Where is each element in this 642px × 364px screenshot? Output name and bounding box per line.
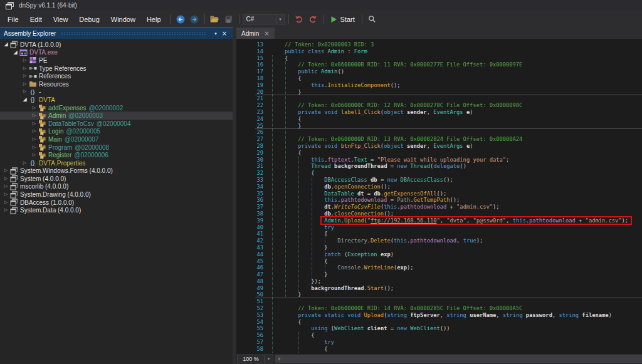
tree-item-program[interactable]: ▷Program@02000008	[0, 143, 233, 152]
code-line-24[interactable]: 24 {	[236, 116, 642, 123]
code-line-57[interactable]: 57 try	[236, 339, 642, 346]
expander-closed-icon[interactable]: ▷	[3, 200, 9, 205]
tree-item-pe[interactable]: ▷PE	[0, 56, 233, 65]
tree-item-dvta-exe[interactable]: ◢DVTA.exe	[0, 49, 233, 57]
expander-closed-icon[interactable]: ▷	[3, 192, 9, 197]
expander-closed-icon[interactable]: ▷	[3, 184, 9, 189]
zoom-dropdown-button[interactable]: ▾	[265, 355, 273, 363]
panel-close-button[interactable]: ×	[220, 30, 229, 37]
tree-item-dvta-properties[interactable]: ▷{}DVTA.Properties	[0, 159, 233, 167]
code-line-39[interactable]: 39 Admin.Upload("ftp://192.168.56.110", …	[236, 217, 642, 224]
code-line-32[interactable]: 32 {	[236, 170, 642, 177]
code-line-36[interactable]: 36 this.pathtodownload = Path.GetTempPat…	[236, 197, 642, 204]
code-line-48[interactable]: 48 });	[236, 278, 642, 285]
tree-item-admin[interactable]: ▷Admin@02000003	[0, 112, 233, 120]
assembly-explorer-header[interactable]: Assembly Explorer ▾ ×	[0, 28, 233, 39]
code-line-26[interactable]: 26	[236, 129, 642, 136]
expander-open-icon[interactable]: ◢	[12, 50, 19, 55]
code-line-47[interactable]: 47 }	[236, 271, 642, 278]
menu-help[interactable]: Help	[141, 11, 167, 28]
code-line-34[interactable]: 34 db.openConnection();	[236, 184, 642, 190]
language-select[interactable]: C# ▾	[243, 14, 285, 24]
code-line-31[interactable]: 31 Thread backgroundThread = new Thread(…	[236, 163, 642, 170]
expander-closed-icon[interactable]: ▷	[31, 122, 38, 126]
search-button[interactable]	[366, 13, 379, 26]
undo-button[interactable]	[292, 13, 306, 26]
code-line-55[interactable]: 55 using (WebClient client = new WebClie…	[236, 325, 642, 332]
tree-item-dvta-1-0-0-0[interactable]: ◢DVTA (1.0.0.0)	[0, 41, 233, 49]
code-line-50[interactable]: 50 }	[236, 291, 642, 298]
code-line-21[interactable]: 21	[236, 95, 642, 102]
code-line-49[interactable]: 49 backgroundThread.Start();	[236, 285, 642, 292]
tree-item-login[interactable]: ▷Login@02000005	[0, 128, 233, 136]
expander-closed-icon[interactable]: ▷	[31, 145, 38, 150]
navigate-forward-button[interactable]	[187, 13, 201, 26]
expander-closed-icon[interactable]: ▷	[3, 177, 9, 181]
code-line-29[interactable]: 29 {	[236, 150, 642, 157]
expander-closed-icon[interactable]: ▷	[21, 90, 28, 94]
tree-item-addexpenses[interactable]: ▷addExpenses@02000002	[0, 104, 233, 112]
code-line-46[interactable]: 46 Console.WriteLine(exp);	[236, 264, 642, 271]
expander-closed-icon[interactable]: ▷	[3, 169, 9, 173]
menu-file[interactable]: File	[2, 11, 24, 28]
expander-closed-icon[interactable]: ▷	[21, 161, 28, 165]
tree-item-main[interactable]: ▷Main@02000007	[0, 135, 233, 143]
code-line-56[interactable]: 56 {	[236, 332, 642, 339]
navigate-back-button[interactable]	[174, 13, 187, 26]
expander-closed-icon[interactable]: ▷	[21, 74, 28, 78]
tab-admin[interactable]: Admin ×	[236, 28, 275, 39]
save-all-button[interactable]	[222, 13, 236, 26]
tree-item-mscorlib-4-0-0-0[interactable]: ▷mscorlib (4.0.0.0)	[0, 183, 233, 191]
tree-item-type-references[interactable]: ▷Type References	[0, 65, 233, 73]
tree-item-item[interactable]: ▷{}-	[0, 88, 233, 96]
code-line-25[interactable]: 25 }	[236, 123, 642, 130]
start-button[interactable]: Start	[327, 13, 359, 26]
zoom-level-control[interactable]: 100 %	[237, 355, 265, 363]
tree-item-system-windows-forms-4-0-0-0[interactable]: ▷System.Windows.Forms (4.0.0.0)	[0, 167, 233, 175]
tree-item-datatabletocsv[interactable]: ▷DataTableToCsv@02000004	[0, 120, 233, 128]
expander-open-icon[interactable]: ◢	[3, 42, 9, 47]
expander-closed-icon[interactable]: ▷	[31, 106, 38, 110]
menu-view[interactable]: View	[48, 11, 74, 28]
code-line-41[interactable]: 41 {	[236, 231, 642, 237]
code-line-52[interactable]: 52 // Token: 0x0600000E RID: 14 RVA: 0x0…	[236, 305, 642, 312]
expander-closed-icon[interactable]: ▷	[31, 113, 38, 118]
code-line-28[interactable]: 28 private void btnFtp_Click(object send…	[236, 143, 642, 150]
code-line-53[interactable]: 53 private static void Upload(string ftp…	[236, 312, 642, 319]
tree-item-system-4-0-0-0[interactable]: ▷System (4.0.0.0)	[0, 175, 233, 183]
chevron-down-icon[interactable]: ▾	[276, 14, 285, 24]
code-line-45[interactable]: 45 {	[236, 258, 642, 265]
expander-closed-icon[interactable]: ▷	[31, 137, 38, 142]
tree-item-register[interactable]: ▷Register@02000006	[0, 151, 233, 159]
expander-open-icon[interactable]: ◢	[21, 97, 28, 102]
code-line-17[interactable]: 17 public Admin()	[236, 68, 642, 75]
code-line-22[interactable]: 22 // Token: 0x0600000C RID: 12 RVA: 0x0…	[236, 102, 642, 109]
code-line-37[interactable]: 37 dt.WriteToCsvFile(this.pathtodownload…	[236, 204, 642, 211]
tree-item-references[interactable]: ▷References	[0, 72, 233, 80]
code-line-14[interactable]: 14 public class Admin : Form	[236, 48, 642, 55]
code-line-33[interactable]: 33 DBAccessClass db = new DBAccessClass(…	[236, 177, 642, 184]
code-line-19[interactable]: 19 this.InitializeComponent();	[236, 82, 642, 89]
menu-debug[interactable]: Debug	[73, 11, 105, 28]
code-line-16[interactable]: 16 // Token: 0x0600000B RID: 11 RVA: 0x0…	[236, 61, 642, 68]
redo-button[interactable]	[306, 13, 320, 26]
panel-menu-button[interactable]: ▾	[211, 31, 220, 36]
code-line-13[interactable]: 13 // Token: 0x02000003 RID: 3	[236, 41, 642, 48]
code-line-30[interactable]: 30 this.ftptext.Text = "Please wait whil…	[236, 157, 642, 164]
code-line-44[interactable]: 44 catch (Exception exp)	[236, 251, 642, 258]
tree-item-dbaccess-1-0-0-0[interactable]: ▷DBAccess (1.0.0.0)	[0, 199, 233, 207]
expander-closed-icon[interactable]: ▷	[31, 153, 38, 157]
code-line-18[interactable]: 18 {	[236, 75, 642, 82]
open-file-button[interactable]	[208, 13, 222, 26]
code-line-43[interactable]: 43 }	[236, 244, 642, 251]
expander-closed-icon[interactable]: ▷	[21, 58, 28, 63]
tree-item-system-drawing-4-0-0-0[interactable]: ▷System.Drawing (4.0.0.0)	[0, 190, 233, 199]
expander-closed-icon[interactable]: ▷	[21, 66, 28, 71]
expander-closed-icon[interactable]: ▷	[21, 82, 28, 86]
code-line-40[interactable]: 40 try	[236, 224, 642, 231]
code-line-42[interactable]: 42 Directory.Delete(this.pathtodownload,…	[236, 237, 642, 244]
code-line-15[interactable]: 15 {	[236, 55, 642, 62]
code-line-27[interactable]: 27 // Token: 0x0600000D RID: 13 RVA: 0x0…	[236, 136, 642, 143]
horizontal-scrollbar[interactable]	[275, 355, 642, 363]
expander-closed-icon[interactable]: ▷	[3, 208, 9, 212]
